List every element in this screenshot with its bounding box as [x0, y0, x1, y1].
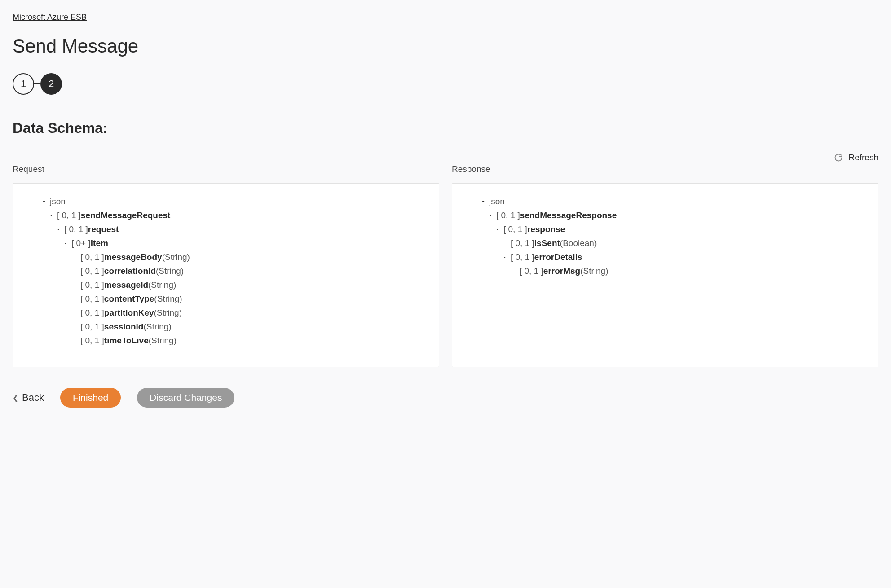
tree-row[interactable]: [ 0, 1 ] sendMessageRequest	[13, 208, 439, 222]
tree-row[interactable]: [ 0, 1 ] isSent (Boolean)	[452, 236, 878, 250]
cardinality: [ 0+ ]	[71, 239, 91, 247]
node-type: (String)	[162, 253, 190, 261]
chevron-down-icon[interactable]	[62, 241, 70, 246]
chevron-down-icon[interactable]	[40, 199, 48, 204]
chevron-left-icon: ❮	[13, 394, 18, 402]
tree-row[interactable]: [ 0, 1 ] messageBody (String)	[13, 250, 439, 264]
cardinality: [ 0, 1 ]	[503, 225, 527, 233]
step-connector	[34, 83, 40, 84]
cardinality: [ 0, 1 ]	[80, 336, 104, 345]
node-type: (Boolean)	[560, 239, 597, 247]
node-name: partitionKey	[104, 308, 154, 317]
node-type: (String)	[149, 336, 176, 345]
node-name: sessionId	[104, 322, 144, 331]
refresh-label: Refresh	[848, 153, 878, 162]
cardinality: [ 0, 1 ]	[57, 211, 81, 219]
tree-row[interactable]: [ 0, 1 ] errorMsg (String)	[452, 264, 878, 278]
node-type: (String)	[154, 308, 182, 317]
node-name: isSent	[534, 239, 560, 247]
page-title: Send Message	[13, 35, 878, 57]
node-name: sendMessageResponse	[520, 211, 617, 219]
tree-row[interactable]: [ 0, 1 ] correlationId (String)	[13, 264, 439, 278]
cardinality: [ 0, 1 ]	[520, 267, 543, 275]
cardinality: [ 0, 1 ]	[80, 281, 104, 289]
refresh-button[interactable]: Refresh	[13, 153, 878, 162]
node-name: messageBody	[104, 253, 162, 261]
node-type: (String)	[143, 322, 171, 331]
tree-row[interactable]: [ 0, 1 ] timeToLive (String)	[13, 333, 439, 347]
step-2[interactable]: 2	[40, 73, 62, 95]
response-tree: json[ 0, 1 ] sendMessageResponse[ 0, 1 ]…	[452, 194, 878, 278]
cardinality: [ 0, 1 ]	[511, 239, 534, 247]
refresh-icon	[834, 153, 843, 162]
tree-row[interactable]: [ 0, 1 ] partitionKey (String)	[13, 306, 439, 320]
node-name: request	[88, 225, 119, 233]
node-name: sendMessageRequest	[81, 211, 171, 219]
request-panel-label: Request	[13, 164, 439, 174]
node-type: (String)	[580, 267, 608, 275]
node-name: errorMsg	[543, 267, 580, 275]
tree-row[interactable]: [ 0, 1 ] sendMessageResponse	[452, 208, 878, 222]
node-type: (String)	[156, 267, 184, 275]
node-type: (String)	[154, 294, 182, 303]
cardinality: [ 0, 1 ]	[496, 211, 520, 219]
stepper: 1 2	[13, 73, 878, 95]
tree-row[interactable]: [ 0, 1 ] request	[13, 222, 439, 236]
node-type: (String)	[148, 281, 176, 289]
node-name: timeToLive	[104, 336, 149, 345]
cardinality: [ 0, 1 ]	[80, 322, 104, 331]
tree-row[interactable]: [ 0, 1 ] contentType (String)	[13, 292, 439, 306]
step-1[interactable]: 1	[13, 73, 34, 95]
breadcrumb-link[interactable]: Microsoft Azure ESB	[13, 13, 87, 22]
node-name: item	[91, 239, 108, 247]
discard-button[interactable]: Discard Changes	[137, 388, 234, 408]
node-name: json	[50, 197, 66, 206]
cardinality: [ 0, 1 ]	[80, 253, 104, 261]
cardinality: [ 0, 1 ]	[80, 294, 104, 303]
node-name: json	[489, 197, 505, 206]
cardinality: [ 0, 1 ]	[64, 225, 88, 233]
tree-row[interactable]: [ 0+ ] item	[13, 236, 439, 250]
tree-row[interactable]: [ 0, 1 ] sessionId (String)	[13, 320, 439, 333]
chevron-down-icon[interactable]	[54, 227, 62, 232]
node-name: correlationId	[104, 267, 156, 275]
tree-row[interactable]: json	[13, 194, 439, 208]
tree-row[interactable]: json	[452, 194, 878, 208]
chevron-down-icon[interactable]	[479, 199, 487, 204]
section-heading: Data Schema:	[13, 120, 878, 136]
node-name: response	[527, 225, 565, 233]
request-panel: json[ 0, 1 ] sendMessageRequest[ 0, 1 ] …	[13, 183, 439, 367]
node-name: errorDetails	[534, 253, 582, 261]
chevron-down-icon[interactable]	[501, 255, 509, 260]
back-button[interactable]: ❮ Back	[13, 392, 44, 404]
request-tree: json[ 0, 1 ] sendMessageRequest[ 0, 1 ] …	[13, 194, 439, 347]
cardinality: [ 0, 1 ]	[80, 267, 104, 275]
back-label: Back	[22, 392, 44, 404]
tree-row[interactable]: [ 0, 1 ] messageId (String)	[13, 278, 439, 292]
response-panel: json[ 0, 1 ] sendMessageResponse[ 0, 1 ]…	[452, 183, 878, 367]
cardinality: [ 0, 1 ]	[511, 253, 534, 261]
finished-button[interactable]: Finished	[60, 388, 121, 408]
response-panel-label: Response	[452, 164, 878, 174]
chevron-down-icon[interactable]	[47, 213, 55, 218]
node-name: contentType	[104, 294, 154, 303]
tree-row[interactable]: [ 0, 1 ] response	[452, 222, 878, 236]
tree-row[interactable]: [ 0, 1 ] errorDetails	[452, 250, 878, 264]
chevron-down-icon[interactable]	[494, 227, 502, 232]
chevron-down-icon[interactable]	[486, 213, 494, 218]
node-name: messageId	[104, 281, 148, 289]
cardinality: [ 0, 1 ]	[80, 308, 104, 317]
